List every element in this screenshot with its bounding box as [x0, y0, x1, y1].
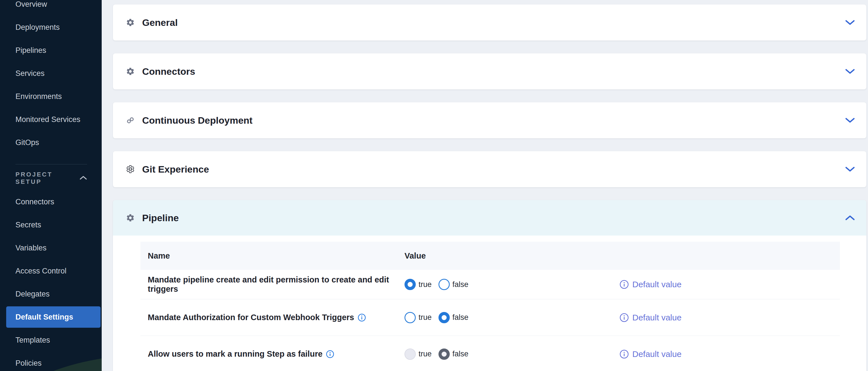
info-icon — [619, 313, 629, 322]
setting-name: Allow users to mark a running Step as fa… — [148, 349, 404, 359]
default-value-label: Default value — [632, 349, 681, 359]
sidebar-item-connectors[interactable]: Connectors — [0, 190, 102, 213]
section-pipeline: Pipeline Name Value Mandate pipeline cre… — [113, 200, 866, 371]
sidebar-item-gitops[interactable]: GitOps — [0, 131, 102, 154]
default-value-link[interactable]: Default value — [619, 280, 840, 289]
section-header-pipeline[interactable]: Pipeline — [113, 200, 866, 235]
section-title: Connectors — [142, 66, 845, 77]
section-continuous-deployment: Continuous Deployment — [113, 102, 866, 138]
radio-group: true false — [404, 348, 619, 360]
sidebar-item-deployments[interactable]: Deployments — [0, 16, 102, 39]
table-row: Allow users to mark a running Step as fa… — [141, 336, 840, 371]
column-header-name: Name — [148, 251, 404, 260]
default-value-label: Default value — [632, 280, 681, 289]
sidebar-item-policies[interactable]: Policies — [0, 351, 102, 371]
sidebar-item-monitored-services[interactable]: Monitored Services — [0, 108, 102, 131]
sidebar-section-project-setup[interactable]: PROJECT SETUP — [0, 166, 102, 190]
section-header-connectors[interactable]: Connectors — [113, 53, 866, 89]
info-icon[interactable] — [358, 313, 366, 322]
radio-false[interactable] — [438, 312, 450, 323]
chevron-down-icon[interactable] — [845, 117, 855, 123]
pipeline-settings-table: Name Value Mandate pipeline create and e… — [141, 242, 840, 371]
column-header-value: Value — [404, 251, 619, 260]
table-row: Mandate Authorization for Custom Webhook… — [141, 299, 840, 336]
section-general: General — [113, 4, 866, 40]
radio-false-label: false — [453, 350, 469, 358]
radio-true — [404, 348, 416, 360]
chevron-down-icon[interactable] — [845, 68, 855, 75]
sidebar-item-environments[interactable]: Environments — [0, 85, 102, 108]
radio-true[interactable] — [404, 312, 416, 323]
sidebar-item-services[interactable]: Services — [0, 62, 102, 85]
sidebar-divider — [16, 164, 87, 165]
info-icon — [619, 349, 629, 359]
sidebar-nav: Overview Deployments Pipelines Services … — [0, 0, 102, 154]
chevron-up-icon[interactable] — [845, 215, 855, 221]
radio-false-label: false — [453, 313, 469, 322]
section-connectors: Connectors — [113, 53, 866, 89]
sidebar-item-access-control[interactable]: Access Control — [0, 259, 102, 283]
radio-true-label: true — [418, 313, 432, 322]
info-icon — [619, 280, 629, 289]
link-icon — [126, 116, 135, 124]
setting-name: Mandate Authorization for Custom Webhook… — [148, 313, 404, 322]
sidebar-project-nav: Connectors Secrets Variables Access Cont… — [0, 190, 102, 371]
radio-false — [438, 348, 450, 360]
section-title: Git Experience — [142, 164, 845, 175]
default-value-link[interactable]: Default value — [619, 349, 840, 359]
sidebar-item-pipelines[interactable]: Pipelines — [0, 39, 102, 62]
chevron-down-icon[interactable] — [845, 20, 855, 26]
default-value-label: Default value — [632, 313, 681, 322]
setting-name: Mandate pipeline create and edit permiss… — [148, 275, 404, 294]
sidebar-item-default-settings[interactable]: Default Settings — [0, 306, 102, 329]
chevron-up-icon — [80, 175, 87, 181]
chevron-down-icon[interactable] — [845, 166, 855, 172]
info-icon[interactable] — [326, 350, 334, 358]
table-row: Mandate pipeline create and edit permiss… — [141, 270, 840, 299]
radio-true[interactable] — [404, 279, 416, 290]
setting-name-text: Allow users to mark a running Step as fa… — [148, 349, 322, 359]
default-value-link[interactable]: Default value — [619, 313, 840, 322]
gear-icon — [126, 67, 135, 76]
settings-content: General Connectors — [102, 0, 868, 371]
table-header-row: Name Value — [141, 242, 840, 270]
sidebar-item-overview[interactable]: Overview — [0, 0, 102, 16]
radio-false[interactable] — [438, 279, 450, 290]
sidebar-section-label: PROJECT SETUP — [16, 171, 80, 186]
section-title: General — [142, 17, 845, 28]
section-header-continuous-deployment[interactable]: Continuous Deployment — [113, 102, 866, 138]
gear-icon — [126, 213, 135, 222]
section-header-git-experience[interactable]: Git Experience — [113, 151, 866, 187]
sidebar: Overview Deployments Pipelines Services … — [0, 0, 102, 371]
radio-group: true false — [404, 312, 619, 323]
radio-false-label: false — [453, 280, 469, 289]
radio-group: true false — [404, 279, 619, 290]
radio-true-label: true — [418, 350, 432, 358]
gear-icon — [126, 18, 135, 27]
radio-true-label: true — [418, 280, 432, 289]
sidebar-selected-pill: Default Settings — [6, 306, 100, 328]
sidebar-item-delegates[interactable]: Delegates — [0, 283, 102, 306]
section-title: Pipeline — [142, 212, 845, 223]
section-title: Continuous Deployment — [142, 115, 845, 126]
sidebar-item-templates[interactable]: Templates — [0, 329, 102, 351]
section-header-general[interactable]: General — [113, 4, 866, 40]
section-git-experience: Git Experience — [113, 151, 866, 187]
setting-name-text: Mandate Authorization for Custom Webhook… — [148, 313, 354, 322]
sidebar-item-secrets[interactable]: Secrets — [0, 213, 102, 236]
gear-code-icon — [126, 165, 135, 174]
sidebar-item-variables[interactable]: Variables — [0, 236, 102, 259]
